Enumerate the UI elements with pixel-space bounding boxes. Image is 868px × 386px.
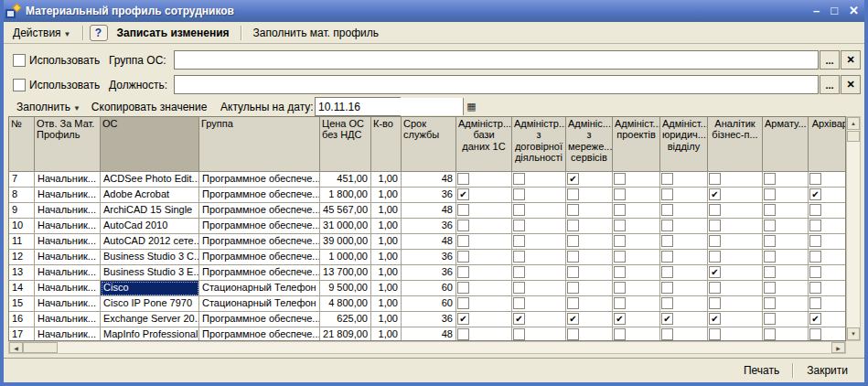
cell-adm_merezh[interactable] — [566, 281, 613, 296]
checkbox-unchecked[interactable] — [764, 173, 776, 185]
cell-adm_yuryd[interactable] — [660, 281, 708, 296]
cell-price[interactable]: 1 800,00 — [320, 188, 371, 203]
actions-menu-button[interactable]: Действия▼ — [7, 25, 77, 41]
checkbox-unchecked[interactable] — [457, 297, 469, 309]
cell-group[interactable]: Программное обеспече... — [199, 250, 320, 265]
cell-armatur[interactable] — [763, 265, 809, 281]
cell-adm_db_1c[interactable] — [456, 172, 512, 188]
checkbox-unchecked[interactable] — [661, 266, 673, 278]
cell-adm_yuryd[interactable]: ✔ — [660, 312, 708, 327]
cell-term[interactable]: 48 — [402, 203, 456, 219]
cell-adm_proekt[interactable] — [613, 234, 660, 250]
cell-os[interactable]: Business Studio 3 E... — [101, 265, 199, 281]
group-picker-icon[interactable]: ... — [820, 50, 840, 70]
cell-price[interactable]: 451,00 — [320, 172, 371, 188]
cell-armatur[interactable] — [763, 172, 809, 188]
cell-os[interactable]: Cisco IP Pone 7970 — [101, 296, 199, 312]
checkbox-checked-icon[interactable]: ✔ — [809, 313, 821, 325]
group-input[interactable] — [174, 50, 819, 70]
cell-adm_proekt[interactable] — [613, 250, 660, 265]
cell-arkhivar[interactable] — [809, 281, 846, 296]
cell-adm_merezh[interactable] — [566, 219, 613, 234]
column-header-price[interactable]: Цена ОС без НДС — [320, 117, 371, 172]
cell-adm_db_1c[interactable] — [456, 296, 512, 312]
checkbox-unchecked[interactable] — [764, 282, 776, 294]
cell-num[interactable]: 14 — [9, 281, 35, 296]
checkbox-unchecked[interactable] — [764, 220, 776, 231]
checkbox-unchecked[interactable] — [661, 297, 673, 309]
cell-armatur[interactable] — [763, 312, 809, 327]
checkbox-unchecked[interactable] — [614, 282, 626, 294]
close-icon[interactable]: ✕ — [849, 5, 859, 17]
column-header-arkhivar[interactable]: Архіварі — [809, 117, 846, 172]
cell-resp[interactable]: Начальник... — [35, 172, 101, 188]
checkbox-unchecked[interactable] — [809, 266, 821, 278]
checkbox-unchecked[interactable] — [709, 220, 721, 231]
cell-os[interactable]: Cisco — [101, 281, 199, 296]
cell-adm_yuryd[interactable] — [660, 296, 708, 312]
cell-analityk[interactable]: ✔ — [708, 265, 763, 281]
checkbox-unchecked[interactable] — [709, 173, 721, 185]
cell-qty[interactable]: 1,00 — [371, 312, 402, 327]
cell-term[interactable]: 36 — [402, 312, 456, 327]
cell-armatur[interactable] — [763, 234, 809, 250]
cell-os[interactable]: ArchiCAD 15 Single — [101, 203, 199, 219]
cell-adm_yuryd[interactable] — [660, 203, 708, 219]
cell-num[interactable]: 8 — [9, 188, 35, 203]
checkbox-unchecked[interactable] — [809, 251, 821, 263]
cell-resp[interactable]: Начальник... — [35, 296, 101, 312]
cell-price[interactable]: 21 809,00 — [320, 327, 371, 341]
checkbox-unchecked[interactable] — [764, 251, 776, 263]
vertical-scroll-thumb[interactable] — [847, 131, 860, 142]
cell-term[interactable]: 48 — [402, 234, 456, 250]
cell-os[interactable]: MapInfo Professional — [101, 327, 199, 341]
cell-adm_db_1c[interactable] — [456, 265, 512, 281]
help-button[interactable]: ? — [90, 25, 108, 41]
checkbox-unchecked[interactable] — [513, 235, 525, 247]
checkbox-unchecked[interactable] — [764, 266, 776, 278]
checkbox-unchecked[interactable] — [764, 297, 776, 309]
cell-adm_merezh[interactable] — [566, 265, 613, 281]
checkbox-unchecked[interactable] — [661, 328, 673, 340]
cell-adm_merezh[interactable] — [566, 327, 613, 341]
checkbox-unchecked[interactable] — [614, 188, 626, 200]
fill-material-profile-button[interactable]: Заполнить мат. профиль — [248, 25, 384, 41]
checkbox-unchecked[interactable] — [457, 282, 469, 294]
cell-adm_dogovir[interactable]: ✔ — [512, 312, 566, 327]
cell-qty[interactable]: 1,00 — [371, 172, 402, 188]
checkbox-unchecked[interactable] — [567, 297, 579, 309]
cell-analityk[interactable] — [708, 281, 763, 296]
checkbox-unchecked[interactable] — [809, 220, 821, 231]
cell-price[interactable]: 4 800,00 — [320, 296, 371, 312]
checkbox-unchecked[interactable] — [513, 173, 525, 185]
cell-adm_db_1c[interactable] — [456, 219, 512, 234]
checkbox-unchecked[interactable] — [567, 328, 579, 340]
cell-arkhivar[interactable] — [809, 250, 846, 265]
checkbox-unchecked[interactable] — [809, 173, 821, 185]
checkbox-checked-icon[interactable]: ✔ — [709, 313, 721, 325]
cell-term[interactable]: 36 — [402, 219, 456, 234]
cell-adm_db_1c[interactable] — [456, 203, 512, 219]
cell-price[interactable]: 9 500,00 — [320, 281, 371, 296]
cell-num[interactable]: 10 — [9, 219, 35, 234]
checkbox-checked-icon[interactable]: ✔ — [457, 188, 469, 200]
cell-adm_db_1c[interactable] — [456, 234, 512, 250]
use-position-checkbox[interactable] — [13, 79, 26, 91]
cell-adm_dogovir[interactable] — [512, 250, 566, 265]
cell-armatur[interactable] — [763, 327, 809, 341]
cell-num[interactable]: 11 — [9, 234, 35, 250]
cell-qty[interactable]: 1,00 — [371, 250, 402, 265]
cell-adm_yuryd[interactable] — [660, 219, 708, 234]
cell-adm_yuryd[interactable] — [660, 265, 708, 281]
cell-group[interactable]: Программное обеспече... — [199, 172, 320, 188]
column-header-resp[interactable]: Отв. За Мат. Профиль — [35, 117, 101, 172]
vertical-scrollbar[interactable]: ▲ ▼ — [846, 116, 861, 341]
checkbox-checked-icon[interactable]: ✔ — [709, 266, 721, 278]
cell-adm_yuryd[interactable] — [660, 188, 708, 203]
horizontal-scroll-thumb[interactable] — [23, 342, 58, 353]
cell-adm_dogovir[interactable] — [512, 234, 566, 250]
cell-analityk[interactable] — [708, 203, 763, 219]
checkbox-unchecked[interactable] — [764, 328, 776, 340]
fill-menu-button[interactable]: Заполнить▼ — [11, 99, 86, 115]
checkbox-unchecked[interactable] — [661, 282, 673, 294]
